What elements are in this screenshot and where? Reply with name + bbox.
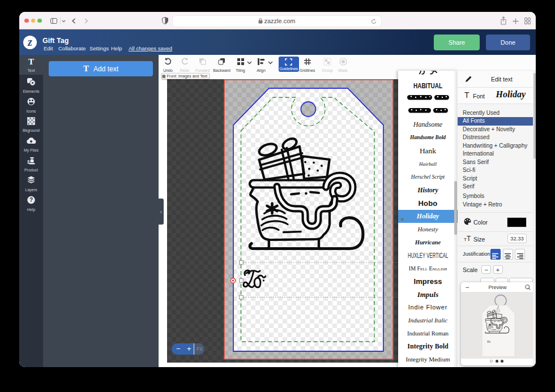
svg-text:?: ? [29, 197, 33, 203]
svg-text:To: To [486, 339, 490, 343]
